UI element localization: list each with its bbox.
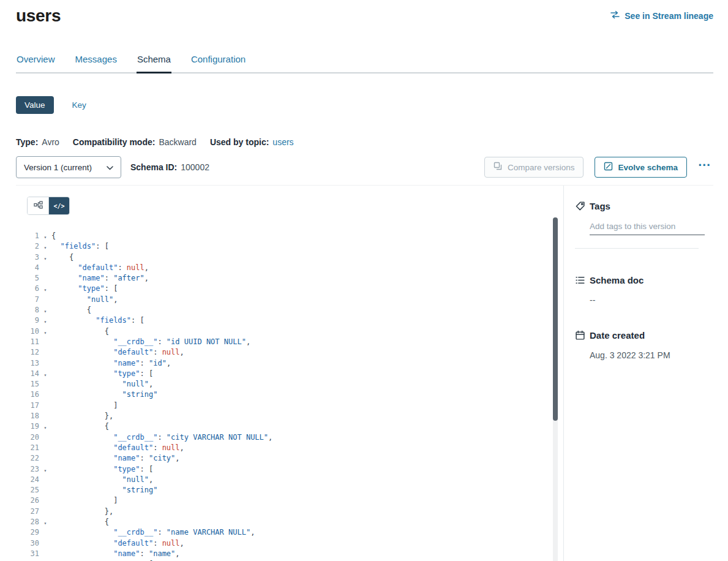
fold-spacer bbox=[39, 506, 51, 517]
line-number: 13 bbox=[16, 358, 39, 369]
tree-view-button[interactable] bbox=[28, 197, 48, 214]
fold-toggle-icon[interactable]: ▾ bbox=[39, 284, 51, 294]
fold-spacer bbox=[39, 538, 51, 549]
calendar-icon bbox=[575, 330, 585, 341]
fold-toggle-icon[interactable]: ▾ bbox=[39, 231, 51, 241]
fold-spacer bbox=[39, 347, 51, 358]
meta-used-by-topic: Used by topic: users bbox=[210, 137, 294, 147]
meta-type-label: Type: bbox=[16, 137, 38, 147]
tab-schema[interactable]: Schema bbox=[137, 54, 171, 72]
date-created-section: Date created Aug. 3 2022 3:21 PM bbox=[575, 330, 713, 360]
fold-toggle-icon[interactable]: ▾ bbox=[39, 517, 51, 527]
fold-spacer bbox=[39, 358, 51, 369]
line-number: 29 bbox=[16, 527, 39, 538]
stream-lineage-link[interactable]: See in Stream lineage bbox=[610, 10, 713, 21]
date-created-title: Date created bbox=[590, 330, 645, 341]
date-created-value: Aug. 3 2022 3:21 PM bbox=[590, 350, 713, 360]
add-tags-input[interactable] bbox=[590, 222, 705, 235]
code-text: "string" bbox=[51, 390, 157, 400]
code-line: 25 "string" bbox=[16, 485, 563, 495]
code-line: 1▾{ bbox=[16, 231, 563, 241]
toggle-key-button[interactable]: Key bbox=[72, 96, 86, 114]
fold-spacer bbox=[39, 263, 51, 273]
code-text: ] bbox=[51, 495, 118, 506]
code-text: "__crdb__": "id UUID NOT NULL", bbox=[51, 337, 250, 347]
topic-link[interactable]: users bbox=[272, 137, 293, 147]
code-text: { bbox=[51, 252, 73, 263]
code-line: 5 "name": "after", bbox=[16, 273, 563, 284]
line-number: 9 bbox=[16, 315, 39, 326]
meta-topic-label: Used by topic: bbox=[210, 137, 269, 147]
code-text: "type": [ bbox=[51, 284, 118, 294]
code-text: "type": [ bbox=[51, 464, 153, 475]
code-text: "name": "name", bbox=[51, 549, 180, 559]
code-text: { bbox=[51, 305, 91, 315]
code-line: 18 }, bbox=[16, 411, 563, 421]
fold-toggle-icon[interactable]: ▾ bbox=[39, 315, 51, 326]
schema-content: </> 1▾{2▾ "fields": [3▾ {4 "default": nu… bbox=[16, 185, 713, 561]
code-text: "default": null, bbox=[51, 263, 149, 273]
code-line: 9▾ "fields": [ bbox=[16, 315, 563, 326]
fold-spacer bbox=[39, 527, 51, 538]
evolve-schema-icon bbox=[604, 162, 613, 173]
schema-doc-value: -- bbox=[590, 295, 713, 305]
code-text: "null", bbox=[51, 475, 153, 485]
line-number: 26 bbox=[16, 495, 39, 506]
code-text: "fields": [ bbox=[51, 315, 144, 326]
code-line: 17 ] bbox=[16, 401, 563, 411]
tab-messages[interactable]: Messages bbox=[75, 54, 118, 72]
code-line: 15 "null", bbox=[16, 379, 563, 390]
version-select-value: Version 1 (current) bbox=[24, 163, 92, 172]
evolve-schema-label: Evolve schema bbox=[618, 163, 678, 172]
code-text: }, bbox=[51, 506, 113, 517]
meta-type-value: Avro bbox=[42, 137, 59, 147]
fold-spacer bbox=[39, 379, 51, 390]
scrollbar-thumb[interactable] bbox=[553, 217, 558, 421]
more-options-button[interactable]: ⋯ bbox=[696, 162, 713, 173]
evolve-schema-button[interactable]: Evolve schema bbox=[595, 157, 687, 178]
code-text: "default": null, bbox=[51, 443, 184, 453]
line-number: 4 bbox=[16, 263, 39, 273]
fold-toggle-icon[interactable]: ▾ bbox=[39, 241, 51, 252]
code-line: 19▾ { bbox=[16, 421, 563, 432]
code-line: 20 "__crdb__": "city VARCHAR NOT NULL", bbox=[16, 432, 563, 443]
fold-spacer bbox=[39, 390, 51, 400]
tab-configuration[interactable]: Configuration bbox=[190, 54, 246, 72]
schema-page: users See in Stream lineage OverviewMess… bbox=[0, 0, 728, 561]
line-number: 12 bbox=[16, 347, 39, 358]
code-line: 31 "name": "name", bbox=[16, 549, 563, 559]
fold-toggle-icon[interactable]: ▾ bbox=[39, 326, 51, 337]
line-number: 17 bbox=[16, 401, 39, 411]
line-number: 30 bbox=[16, 538, 39, 549]
stream-lineage-label: See in Stream lineage bbox=[625, 11, 713, 21]
line-number: 3 bbox=[16, 252, 39, 263]
meta-compatibility: Compatibility mode: Backward bbox=[73, 137, 197, 147]
schema-doc-title: Schema doc bbox=[590, 275, 644, 285]
line-number: 1 bbox=[16, 231, 39, 241]
line-number: 6 bbox=[16, 284, 39, 294]
tab-overview[interactable]: Overview bbox=[16, 54, 56, 72]
fold-toggle-icon[interactable]: ▾ bbox=[39, 464, 51, 475]
tree-view-icon bbox=[34, 201, 43, 211]
code-view-button[interactable]: </> bbox=[48, 197, 69, 214]
code-line: 26 ] bbox=[16, 495, 563, 506]
tags-title: Tags bbox=[590, 201, 610, 211]
editor-scrollbar[interactable] bbox=[553, 217, 558, 561]
line-number: 27 bbox=[16, 506, 39, 517]
fold-toggle-icon[interactable]: ▾ bbox=[39, 421, 51, 432]
code-text: "default": null, bbox=[51, 538, 184, 549]
fold-spacer bbox=[39, 475, 51, 485]
line-number: 2 bbox=[16, 241, 39, 252]
fold-toggle-icon[interactable]: ▾ bbox=[39, 369, 51, 379]
compare-versions-button[interactable]: Compare versions bbox=[484, 157, 584, 178]
version-select[interactable]: Version 1 (current) bbox=[16, 156, 121, 178]
code-line: 16 "string" bbox=[16, 390, 563, 400]
toggle-value-button[interactable]: Value bbox=[16, 96, 54, 114]
code-line: 12 "default": null, bbox=[16, 347, 563, 358]
fold-toggle-icon[interactable]: ▾ bbox=[39, 305, 51, 315]
fold-toggle-icon[interactable]: ▾ bbox=[39, 252, 51, 263]
code-line: 13 "name": "id", bbox=[16, 358, 563, 369]
page-title: users bbox=[16, 6, 713, 26]
code-text: "null", bbox=[51, 295, 118, 305]
compare-versions-label: Compare versions bbox=[508, 163, 575, 172]
